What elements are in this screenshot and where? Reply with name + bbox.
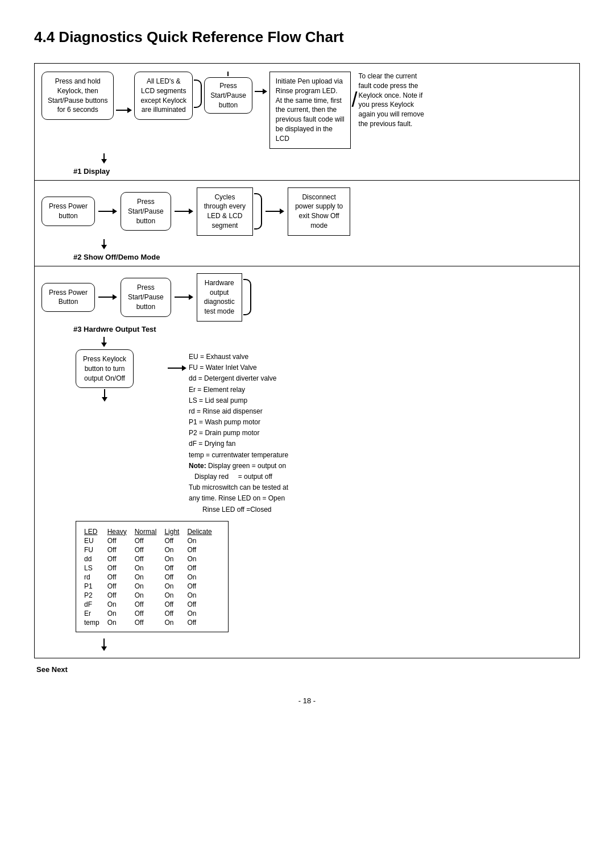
s2-arrow3 [262,208,288,214]
table-cell: P1 [84,582,107,591]
s2-bracket [254,193,262,229]
table-row: ddOffOffOnOn [84,554,220,564]
table-cell: Off [135,545,165,554]
s1-arrow2 [252,89,269,94]
s3-arrow2 [171,294,197,300]
table-cell: Off [107,573,135,582]
output-note1: Note: Display green = output on [189,461,288,471]
s1-box4: Initiate Pen upload viaRinse program LED… [269,72,351,149]
s3-led-table-box: LED Heavy Normal Light Delicate EUOffOff… [76,521,229,632]
table-cell: Off [164,564,187,573]
s2-arrow1 [95,208,121,214]
table-cell: On [107,618,135,627]
section2: Press Powerbutton PressStart/Pausebutton… [34,181,580,266]
section1: Press and holdKeylock, thenStart/Pause b… [34,63,580,181]
table-cell: On [164,554,187,564]
s3-box3-area: Hardwareoutputdiagnostictest mode [197,273,251,322]
table-cell: FU [84,545,107,554]
table-cell: Off [135,536,165,545]
table-cell: Off [135,618,165,627]
table-cell: On [107,609,135,618]
s2-box2: PressStart/Pausebutton [121,192,171,231]
s2-arrow2 [171,208,197,214]
table-row: P2OffOnOnOn [84,591,220,600]
output-item-FU: FU = Water Inlet Valve [189,362,288,373]
s1-box3-area: PressStart/Pausebutton [204,72,252,116]
table-row: rdOffOnOffOn [84,573,220,582]
table-cell: On [164,591,187,600]
s1-down-arrow [101,153,572,164]
table-header-normal: Normal [135,527,165,536]
table-cell: On [187,591,219,600]
table-cell: Off [107,591,135,600]
table-cell: On [135,582,165,591]
table-cell: On [164,545,187,554]
table-cell: Off [107,536,135,545]
s2-box4: Disconnectpower supply toexit Show Offmo… [288,187,350,236]
table-cell: Off [107,545,135,554]
output-item-P1: P1 = Wash pump motor [189,417,288,428]
table-row: EUOffOffOffOn [84,536,220,545]
s3-box1: Press PowerButton [42,283,95,312]
s1-box2: All LED's &LCD segmentsexcept Keylockare… [134,72,193,120]
table-cell: On [135,564,165,573]
output-note4: any time. Rinse LED on = Open [189,493,288,504]
table-cell: temp [84,618,107,627]
table-row: P1OffOnOnOff [84,582,220,591]
s2-box1: Press Powerbutton [42,197,95,226]
s2-label: #2 Show Off/Demo Mode [73,253,572,261]
section3: Press PowerButton PressStart/Pausebutton… [34,266,580,658]
table-cell: EU [84,536,107,545]
s3-down-arrow2 [101,337,572,347]
s3-final-arrow [101,639,572,651]
s3-box2: PressStart/Pausebutton [121,278,171,316]
output-note2: Display red = output off [189,471,288,482]
table-cell: LS [84,564,107,573]
table-cell: Off [107,554,135,564]
table-cell: On [135,573,165,582]
s1-box4-text: Initiate Pen upload viaRinse program LED… [269,72,351,149]
output-note5: Rinse LED off =Closed [189,504,288,515]
s3-box3: Hardwareoutputdiagnostictest mode [197,273,242,322]
table-cell: On [187,573,219,582]
s3-output-list: EU = Exhaust valve FU = Water Inlet Valv… [189,352,288,515]
s2-box3-area: Cyclesthrough everyLED & LCDsegment [197,187,262,236]
table-cell: Off [187,545,219,554]
table-cell: On [135,591,165,600]
output-item-dd: dd = Detergent diverter valve [189,373,288,384]
table-cell: On [107,600,135,609]
table-cell: Off [164,573,187,582]
table-row: LSOffOnOffOff [84,564,220,573]
s3-keylock-box: Press Keylockbutton to turnoutput On/Off [76,349,134,388]
s1-box5: To clear the currentfault code press the… [359,72,424,129]
s1-box2-text: All LED's &LCD segmentsexcept Keylockare… [134,72,193,120]
table-cell: Off [187,564,219,573]
s1-label: #1 Display [73,167,572,176]
table-cell: Off [135,609,165,618]
table-row: dFOnOffOffOff [84,600,220,609]
output-item-dF: dF = Drying fan [189,439,288,449]
s3-keylock-col: Press Keylockbutton to turnoutput On/Off [76,349,134,402]
s2-down-arrow [101,239,572,249]
s1-slash-area: / To clear the currentfault code press t… [352,72,424,129]
table-cell: On [187,536,219,545]
flow-chart: Press and holdKeylock, thenStart/Pause b… [34,63,580,658]
s3-arrow1 [95,294,121,300]
output-item-temp: temp = currentwater temperature [189,450,288,461]
output-item-rd: rd = Rinse aid dispenser [189,406,288,417]
table-cell: On [187,609,219,618]
s1-bracket [194,80,202,108]
table-cell: Off [164,536,187,545]
output-item-Er: Er = Element relay [189,385,288,395]
table-cell: Off [187,618,219,627]
table-header-heavy: Heavy [107,527,135,536]
s1-slash: / [352,90,358,110]
s1-box1-text: Press and holdKeylock, thenStart/Pause b… [42,72,114,120]
s1-arrow1 [114,107,134,113]
table-cell: Off [187,582,219,591]
table-header-delicate: Delicate [187,527,219,536]
table-cell: Off [164,600,187,609]
page-number: - 18 - [34,696,580,705]
s2-box3: Cyclesthrough everyLED & LCDsegment [197,187,253,236]
output-item-P2: P2 = Drain pump motor [189,428,288,439]
